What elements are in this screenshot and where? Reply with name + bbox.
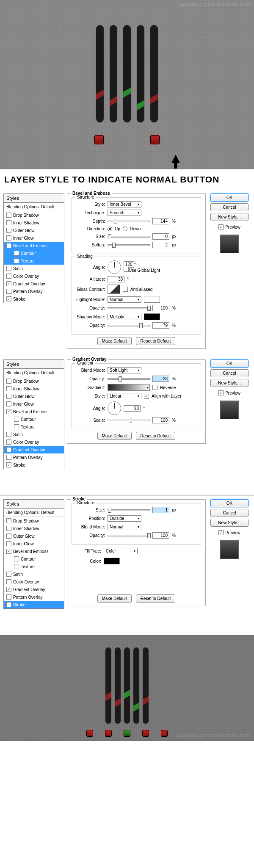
style-stroke[interactable]: Stroke: [4, 295, 64, 303]
blending-options[interactable]: Blending Options: Default: [4, 203, 64, 211]
style-outer-glow[interactable]: Outer Glow: [4, 393, 64, 400]
checkbox[interactable]: [14, 251, 19, 256]
style-color-overlay[interactable]: Color Overlay: [4, 272, 64, 280]
make-default-button[interactable]: Make Default: [97, 432, 132, 440]
style-contour[interactable]: Contour: [4, 555, 64, 563]
style-inner-shadow[interactable]: Inner Shadow: [4, 525, 64, 532]
blend-dropdown[interactable]: Soft Light: [108, 367, 141, 373]
antialias-checkbox[interactable]: [123, 287, 128, 292]
style-contour[interactable]: Contour: [4, 415, 64, 423]
new-style-button[interactable]: New Style...: [210, 519, 248, 527]
checkbox[interactable]: [6, 213, 11, 218]
align-checkbox[interactable]: [144, 394, 149, 399]
shadow-dropdown[interactable]: Multiply: [108, 314, 141, 320]
highlight-dropdown[interactable]: Normal: [108, 296, 141, 303]
style-gradient-overlay[interactable]: Gradient Overlay: [4, 446, 64, 453]
style-texture[interactable]: Texture: [4, 257, 64, 265]
style-texture[interactable]: Texture: [4, 423, 64, 431]
soften-slider[interactable]: [108, 244, 150, 246]
style-color-overlay[interactable]: Color Overlay: [4, 578, 64, 586]
cancel-button[interactable]: Cancel: [210, 203, 248, 211]
radio-down[interactable]: [123, 227, 127, 231]
style-drop-shadow[interactable]: Drop Shadow: [4, 517, 64, 525]
style-dropdown[interactable]: Inner Bevel: [108, 201, 141, 207]
checkbox[interactable]: [6, 243, 11, 248]
opacity-input[interactable]: 100: [152, 532, 169, 539]
size-slider[interactable]: [108, 509, 150, 511]
depth-slider[interactable]: [108, 221, 150, 222]
checkbox[interactable]: [14, 258, 19, 263]
hi-opacity-slider[interactable]: [108, 307, 150, 309]
checkbox[interactable]: [6, 296, 11, 301]
style-texture[interactable]: Texture: [4, 563, 64, 570]
reset-default-button[interactable]: Reset to Default: [136, 594, 176, 603]
style-bevel-emboss[interactable]: Bevel and Emboss: [4, 547, 64, 555]
new-style-button[interactable]: New Style...: [210, 213, 248, 221]
checkbox[interactable]: [6, 235, 11, 240]
preview-checkbox[interactable]: [218, 224, 224, 229]
style-drop-shadow[interactable]: Drop Shadow: [4, 211, 64, 219]
highlight-color[interactable]: [144, 296, 160, 303]
style-bevel-emboss[interactable]: Bevel and Emboss: [4, 408, 64, 415]
style-satin[interactable]: Satin: [4, 570, 64, 578]
style-drop-shadow[interactable]: Drop Shadow: [4, 377, 64, 385]
style-inner-shadow[interactable]: Inner Shadow: [4, 219, 64, 227]
make-default-button[interactable]: Make Default: [97, 594, 132, 603]
blend-dropdown[interactable]: Normal: [108, 524, 141, 530]
style-outer-glow[interactable]: Outer Glow: [4, 532, 64, 540]
ok-button[interactable]: OK: [210, 194, 248, 202]
angle-wheel[interactable]: [108, 401, 121, 415]
sh-opacity-slider[interactable]: [108, 325, 150, 326]
blending-options[interactable]: Blending Options: Default: [4, 369, 64, 377]
style-stroke[interactable]: Stroke: [4, 601, 64, 608]
opacity-input[interactable]: 28: [152, 376, 169, 382]
position-dropdown[interactable]: Outside: [108, 515, 141, 522]
style-pattern-overlay[interactable]: Pattern Overlay: [4, 453, 64, 461]
cancel-button[interactable]: Cancel: [210, 369, 248, 377]
fill-dropdown[interactable]: Color: [104, 548, 138, 554]
style-contour[interactable]: Contour: [4, 249, 64, 257]
style-color-overlay[interactable]: Color Overlay: [4, 438, 64, 446]
grad-style-dropdown[interactable]: Linear: [108, 393, 141, 399]
style-satin[interactable]: Satin: [4, 431, 64, 438]
checkbox[interactable]: [6, 274, 11, 279]
size-input[interactable]: 1: [152, 507, 169, 513]
reset-default-button[interactable]: Reset to Default: [136, 337, 176, 345]
checkbox[interactable]: [6, 228, 11, 233]
angle-wheel[interactable]: [108, 260, 121, 274]
sh-opacity-input[interactable]: 79: [152, 322, 169, 329]
ok-button[interactable]: OK: [210, 499, 248, 507]
size-input[interactable]: 0: [152, 233, 169, 240]
preview-checkbox[interactable]: [218, 530, 224, 535]
style-outer-glow[interactable]: Outer Glow: [4, 227, 64, 234]
opacity-slider[interactable]: [108, 378, 150, 380]
global-light-checkbox[interactable]: [124, 267, 129, 272]
new-style-button[interactable]: New Style...: [210, 379, 248, 387]
checkbox[interactable]: [6, 281, 11, 286]
gradient-picker[interactable]: [108, 384, 150, 391]
style-inner-glow[interactable]: Inner Glow: [4, 400, 64, 408]
shadow-color[interactable]: [144, 313, 160, 320]
style-pattern-overlay[interactable]: Pattern Overlay: [4, 287, 64, 295]
cancel-button[interactable]: Cancel: [210, 509, 248, 517]
preview-checkbox[interactable]: [218, 390, 224, 395]
make-default-button[interactable]: Make Default: [97, 337, 132, 345]
reset-default-button[interactable]: Reset to Default: [136, 432, 176, 440]
checkbox[interactable]: [6, 220, 11, 225]
reverse-checkbox[interactable]: [152, 385, 157, 390]
blending-options[interactable]: Blending Options: Default: [4, 509, 64, 517]
checkbox[interactable]: [6, 289, 11, 294]
ok-button[interactable]: OK: [210, 359, 248, 368]
hi-opacity-input[interactable]: 100: [152, 305, 169, 311]
style-gradient-overlay[interactable]: Gradient Overlay: [4, 586, 64, 593]
soften-input[interactable]: 2: [152, 242, 169, 248]
size-slider[interactable]: [108, 236, 150, 238]
technique-dropdown[interactable]: Smooth: [108, 210, 141, 216]
style-gradient-overlay[interactable]: Gradient Overlay: [4, 280, 64, 287]
style-inner-shadow[interactable]: Inner Shadow: [4, 385, 64, 393]
stroke-color[interactable]: [104, 558, 120, 564]
radio-up[interactable]: [108, 227, 112, 231]
style-stroke[interactable]: Stroke: [4, 461, 64, 469]
style-inner-glow[interactable]: Inner Glow: [4, 540, 64, 547]
depth-input[interactable]: 144: [152, 218, 169, 224]
